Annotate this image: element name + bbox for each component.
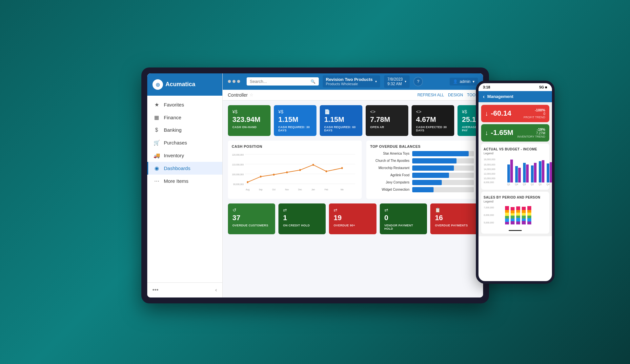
- tile-vendor-hold[interactable]: ⇄ 0 VENDOR PAYMENT HOLD: [380, 203, 427, 234]
- logo-text: Acumatica: [166, 81, 195, 88]
- overdue-panel: TOP OVERDUE BALANCES Star America Toys C…: [366, 141, 478, 199]
- svg-text:Q4: Q4: [546, 183, 549, 186]
- profit-label: PROFIT TREND: [523, 116, 545, 119]
- bar-row-1: Church of The Apostles: [370, 158, 474, 163]
- metric-cash-on-hand[interactable]: ¥$ 323.94M CASH ON-HAND: [228, 105, 271, 136]
- mobile-actual-vs-budget: ACTUAL VS BUDGET - INCOME Legend 18,000,…: [481, 144, 549, 190]
- svg-text:Q1: Q1: [539, 183, 541, 186]
- svg-text:Dec: Dec: [298, 188, 302, 191]
- topbar: 🔍 Revision Two Products Products Wholesa…: [223, 73, 483, 90]
- mobile-metric-profit-left: ↓ -60.14: [485, 109, 511, 118]
- overdue90-icon: ⇄: [334, 207, 372, 213]
- svg-text:14,000,000: 14,000,000: [484, 168, 495, 170]
- metric-open-ar[interactable]: <> 7.78M OPEN AR: [366, 105, 408, 136]
- svg-text:6,000,000: 6,000,000: [484, 214, 494, 216]
- svg-text:Aug: Aug: [246, 188, 249, 191]
- svg-rect-33: [518, 168, 521, 182]
- svg-rect-63: [516, 206, 520, 210]
- footer-dots-icon[interactable]: •••: [152, 287, 159, 294]
- design-button[interactable]: DESIGN: [448, 93, 463, 97]
- date-time: 9:32 AM: [387, 82, 403, 86]
- sidebar-item-inventory[interactable]: 🚚 Inventory: [147, 149, 222, 162]
- bar-fill-5: [412, 187, 434, 192]
- sidebar-item-purchases[interactable]: 🛒 Purchases: [147, 136, 222, 149]
- collapse-button[interactable]: ‹: [215, 287, 217, 293]
- sidebar-footer: ••• ‹: [147, 282, 222, 297]
- mobile-metric-inventory[interactable]: ↓ -1.65M -19% 7.27M INVENTORY TREND: [481, 124, 549, 142]
- bar-row-4: Jevy Computers: [370, 180, 474, 185]
- sidebar-label-favorites: Favorites: [164, 102, 184, 107]
- mobile-frame: 3:18 5G ■ ‹ Management ↓ -60.14 -100% 0 …: [476, 81, 555, 284]
- search-input[interactable]: [250, 79, 309, 84]
- svg-text:Nov: Nov: [285, 188, 289, 191]
- svg-rect-77: [527, 213, 531, 216]
- svg-rect-58: [511, 210, 515, 213]
- date-selector[interactable]: 7/8/2023 9:32 AM ▾: [384, 75, 410, 88]
- metric-cash-expected[interactable]: <> 4.67M CASH EXPECTED 30 DAYS: [412, 105, 454, 136]
- laptop-frame: ◎ Acumatica ★ Favorites ▦ Finance $ Bank…: [141, 67, 489, 303]
- mobile-sales-title: SALES BY PERIOD AND PERSON: [484, 196, 547, 199]
- svg-rect-61: [511, 219, 515, 221]
- bar-track-0: [412, 151, 474, 156]
- svg-text:Ma: Ma: [340, 188, 344, 191]
- svg-rect-64: [516, 210, 520, 213]
- cash-position-chart: 120,000,000 110,000,000 100,000,000 90,0…: [232, 151, 358, 194]
- bar-fill-2: [412, 165, 454, 171]
- cash-icon: ¥$: [233, 109, 266, 114]
- cash-expected-icon: <>: [416, 109, 450, 114]
- mobile-body: ↓ -60.14 -100% 0 PROFIT TREND ↓ -1.65M -…: [478, 102, 552, 236]
- bar-track-4: [412, 180, 474, 185]
- mobile-nav-bar: ‹ Management: [478, 91, 552, 102]
- tile-overdue-payments[interactable]: 📋 16 OVERDUE PAYMENTS: [430, 203, 478, 234]
- svg-rect-30: [507, 164, 510, 182]
- bar-row-3: Agrilink Food: [370, 173, 474, 178]
- svg-point-14: [325, 170, 327, 172]
- tile-overdue-customers[interactable]: ↺ 37 OVERDUE CUSTOMERS: [228, 203, 275, 234]
- svg-rect-31: [510, 160, 513, 182]
- svg-text:7,000,000: 7,000,000: [484, 206, 494, 209]
- user-button[interactable]: 👤 admin ▾: [450, 78, 478, 86]
- svg-text:Q1: Q1: [507, 183, 510, 186]
- sidebar-item-favorites[interactable]: ★ Favorites: [147, 98, 222, 111]
- cart-icon: 🛒: [153, 140, 160, 146]
- dashboard-icon: ◉: [153, 165, 160, 171]
- grid-icon: ▦: [153, 114, 160, 121]
- sidebar-item-more[interactable]: ⋯ More Items: [147, 175, 222, 187]
- svg-rect-69: [522, 207, 526, 210]
- svg-rect-56: [505, 222, 509, 224]
- bar-label-0: Star America Toys: [370, 152, 410, 155]
- refresh-all-button[interactable]: REFRESH ALL: [417, 93, 444, 97]
- tile-credit-hold[interactable]: ⇄ 1 ON CREDIT HOLD: [278, 203, 326, 234]
- svg-text:100,000,000: 100,000,000: [232, 173, 244, 176]
- svg-rect-57: [511, 207, 515, 210]
- favorite-star-icon[interactable]: ☆: [250, 92, 254, 97]
- mobile-back-button[interactable]: ‹: [483, 94, 485, 100]
- mobile-sales-legend: Legend: [484, 200, 547, 203]
- help-button[interactable]: ?: [414, 77, 423, 86]
- sidebar-item-finance[interactable]: ▦ Finance: [147, 111, 222, 124]
- svg-text:5,000,000: 5,000,000: [484, 221, 494, 224]
- mobile-metric-profit[interactable]: ↓ -60.14 -100% 0 PROFIT TREND: [481, 105, 549, 122]
- open-ar-value: 7.78M: [370, 116, 404, 124]
- mobile-signal: 5G ■: [539, 85, 547, 89]
- tenant-selector[interactable]: Revision Two Products Products Wholesale…: [323, 75, 380, 87]
- dot-yellow: [233, 80, 235, 83]
- sidebar-item-banking[interactable]: $ Banking: [147, 124, 222, 136]
- svg-rect-72: [522, 216, 526, 219]
- search-icon: 🔍: [311, 79, 315, 84]
- page-actions: REFRESH ALL DESIGN TOOL: [417, 93, 478, 97]
- metric-cash-30[interactable]: ¥$ 1.15M CASH REQUIRED: 30 DAYS: [274, 105, 316, 136]
- user-name: admin: [460, 79, 471, 84]
- sidebar-label-finance: Finance: [164, 115, 181, 120]
- svg-point-13: [312, 164, 314, 166]
- tile-overdue-90[interactable]: ⇄ 19 OVERDUE 90+: [329, 203, 376, 234]
- sidebar-logo: ◎ Acumatica: [147, 73, 222, 96]
- sidebar-item-dashboards[interactable]: ◉ Dashboards: [147, 162, 222, 175]
- metric-cash-60[interactable]: 📄 1.15M CASH REQUIRED: 60 DAYS: [320, 105, 362, 136]
- svg-rect-41: [550, 162, 552, 182]
- page-title: Controller: [228, 92, 248, 98]
- search-box[interactable]: 🔍: [247, 77, 319, 86]
- svg-rect-38: [539, 161, 541, 182]
- svg-rect-62: [511, 221, 515, 224]
- svg-text:Sep: Sep: [259, 188, 262, 191]
